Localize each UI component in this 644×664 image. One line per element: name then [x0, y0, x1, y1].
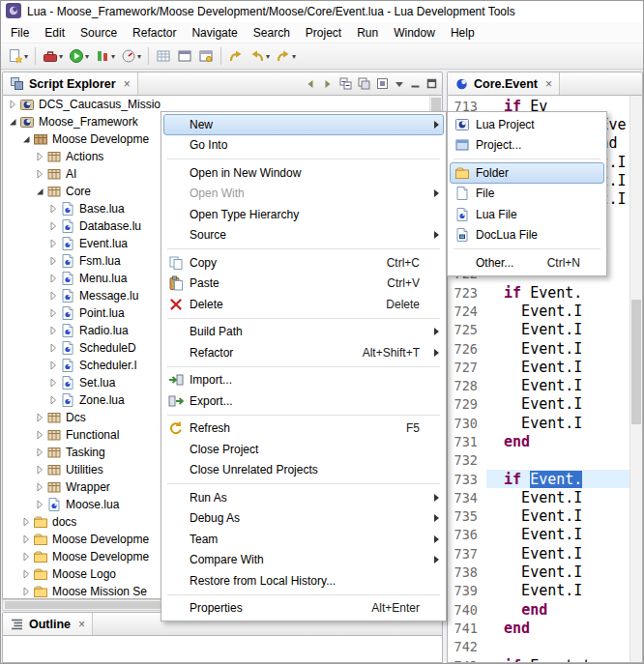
menu-refactor[interactable]: Refactor	[125, 23, 184, 43]
menu-item-open-type-hierarchy[interactable]: Open Type Hierarchy	[163, 204, 444, 225]
expand-arrow-icon[interactable]	[19, 517, 32, 527]
editor-line-737[interactable]: 737 Event.I	[448, 544, 642, 563]
menu-item-run-as[interactable]: Run As	[163, 487, 444, 508]
expand-arrow-icon[interactable]	[33, 430, 45, 440]
submenu-item-doclua-file[interactable]: DocLua File	[450, 225, 604, 246]
forward-button[interactable]: ▾	[273, 45, 299, 67]
new-window-button[interactable]	[174, 45, 195, 67]
close-icon[interactable]: ×	[124, 77, 131, 91]
menu-item-close-project[interactable]: Close Project	[163, 439, 444, 460]
expand-arrow-icon[interactable]	[6, 100, 18, 109]
view-menu-icon[interactable]	[395, 79, 404, 89]
expand-arrow-icon[interactable]	[46, 308, 59, 318]
editor-line-730[interactable]: 730 Event.I	[448, 414, 642, 432]
expand-arrow-icon[interactable]	[46, 239, 59, 248]
submenu-item-other[interactable]: Other...Ctrl+N	[450, 252, 604, 274]
run-button[interactable]: ▾	[66, 45, 92, 67]
editor-line-740[interactable]: 740 end	[448, 600, 642, 619]
close-icon[interactable]: ×	[545, 77, 552, 91]
editor-line-736[interactable]: 736 Event.I	[448, 526, 642, 544]
menu-item-paste[interactable]: PasteCtrl+V	[163, 274, 444, 295]
expand-arrow-icon[interactable]	[46, 378, 59, 388]
menu-item-compare-with[interactable]: Compare With	[163, 550, 444, 571]
expand-arrow-icon[interactable]	[46, 326, 59, 335]
editor-line-732[interactable]: 732	[448, 451, 642, 470]
link-with-editor-icon[interactable]	[358, 77, 370, 90]
editor-line-739[interactable]: 739 Event.I	[448, 582, 642, 600]
minimize-view-icon[interactable]	[410, 78, 421, 89]
editor-line-735[interactable]: 735 Event.I	[448, 507, 642, 526]
expand-arrow-icon[interactable]	[33, 413, 45, 422]
collapse-all-icon[interactable]	[339, 77, 352, 90]
editor-area-button[interactable]	[195, 45, 217, 67]
editor-line-728[interactable]: 728 Event.I	[448, 376, 642, 394]
menu-item-delete[interactable]: DeleteDelete	[163, 294, 444, 315]
menu-search[interactable]: Search	[246, 23, 298, 43]
profile-button[interactable]: ▾	[118, 45, 144, 67]
menu-item-close-unrelated-projects[interactable]: Close Unrelated Projects	[163, 460, 444, 481]
editor-line-724[interactable]: 724 Event.I	[448, 302, 642, 320]
scrollbar-thumb[interactable]	[631, 300, 641, 424]
menu-item-debug-as[interactable]: Debug As	[163, 508, 444, 530]
last-edit-location-button[interactable]	[225, 45, 247, 67]
expand-arrow-icon[interactable]	[46, 256, 59, 266]
menu-item-import[interactable]: Import...	[163, 370, 444, 391]
expand-arrow-icon[interactable]	[33, 500, 45, 509]
menu-item-new[interactable]: New	[163, 114, 444, 135]
focus-view-icon[interactable]	[376, 77, 389, 90]
expand-arrow-icon[interactable]	[19, 134, 32, 144]
editor-line-726[interactable]: 726 Event.I	[448, 339, 642, 358]
editor-line-727[interactable]: 727 Event.I	[448, 358, 642, 376]
menu-navigate[interactable]: Navigate	[184, 23, 245, 43]
open-task-button[interactable]	[153, 45, 174, 67]
menu-item-properties[interactable]: PropertiesAlt+Enter	[163, 598, 444, 620]
menu-item-copy[interactable]: CopyCtrl+C	[163, 252, 444, 274]
menu-item-go-into[interactable]: Go Into	[163, 135, 444, 157]
menu-item-open-in-new-window[interactable]: Open in New Window	[163, 162, 444, 184]
menu-file[interactable]: File	[3, 23, 37, 43]
external-tools-button[interactable]: ▾	[40, 45, 66, 67]
menu-project[interactable]: Project	[298, 23, 349, 43]
view-forward-icon[interactable]	[322, 78, 334, 90]
submenu-item-lua-project[interactable]: Lua Project	[450, 114, 604, 135]
expand-arrow-icon[interactable]	[19, 569, 32, 579]
expand-arrow-icon[interactable]	[46, 204, 59, 214]
submenu-item-folder[interactable]: Folder	[450, 162, 604, 184]
editor-line-731[interactable]: 731 end	[448, 432, 642, 450]
menu-item-team[interactable]: Team	[163, 529, 444, 550]
coverage-button[interactable]: ▾	[92, 45, 118, 67]
expand-arrow-icon[interactable]	[6, 117, 18, 127]
menu-item-build-path[interactable]: Build Path	[163, 322, 444, 343]
menu-item-export[interactable]: Export...	[163, 390, 444, 412]
maximize-view-icon[interactable]	[426, 78, 437, 89]
menu-window[interactable]: Window	[386, 23, 443, 43]
expand-arrow-icon[interactable]	[46, 343, 59, 353]
menu-item-restore-from-local-history[interactable]: Restore from Local History...	[163, 570, 444, 592]
editor-line-725[interactable]: 725 Event.I	[448, 321, 642, 339]
editor-vertical-scrollbar[interactable]	[629, 96, 642, 662]
expand-arrow-icon[interactable]	[33, 152, 45, 161]
expand-arrow-icon[interactable]	[33, 465, 45, 475]
editor-line-723[interactable]: 723 if Event.	[448, 283, 642, 302]
expand-arrow-icon[interactable]	[46, 395, 59, 405]
menu-help[interactable]: Help	[443, 23, 483, 43]
expand-arrow-icon[interactable]	[33, 447, 45, 457]
menu-item-refactor[interactable]: RefactorAlt+Shift+T	[163, 342, 444, 363]
editor-line-743[interactable]: 743 if Event.ta	[448, 656, 642, 663]
editor-line-742[interactable]: 742	[448, 638, 642, 656]
expand-arrow-icon[interactable]	[33, 482, 45, 492]
menu-source[interactable]: Source	[73, 23, 125, 43]
tab-script-explorer[interactable]: Script Explorer ×	[3, 72, 138, 95]
expand-arrow-icon[interactable]	[46, 221, 59, 231]
submenu-item-file[interactable]: File	[450, 184, 604, 205]
editor-line-729[interactable]: 729 Event.I	[448, 395, 642, 414]
menu-item-source[interactable]: Source	[163, 225, 444, 246]
expand-arrow-icon[interactable]	[46, 274, 59, 283]
expand-arrow-icon[interactable]	[19, 587, 32, 596]
expand-arrow-icon[interactable]	[33, 187, 45, 196]
menu-run[interactable]: Run	[349, 23, 386, 43]
menu-edit[interactable]: Edit	[37, 23, 73, 43]
editor-line-738[interactable]: 738 Event.I	[448, 563, 642, 581]
editor-line-741[interactable]: 741 end	[448, 619, 642, 637]
editor-line-733[interactable]: 733 if Event.	[448, 470, 642, 488]
